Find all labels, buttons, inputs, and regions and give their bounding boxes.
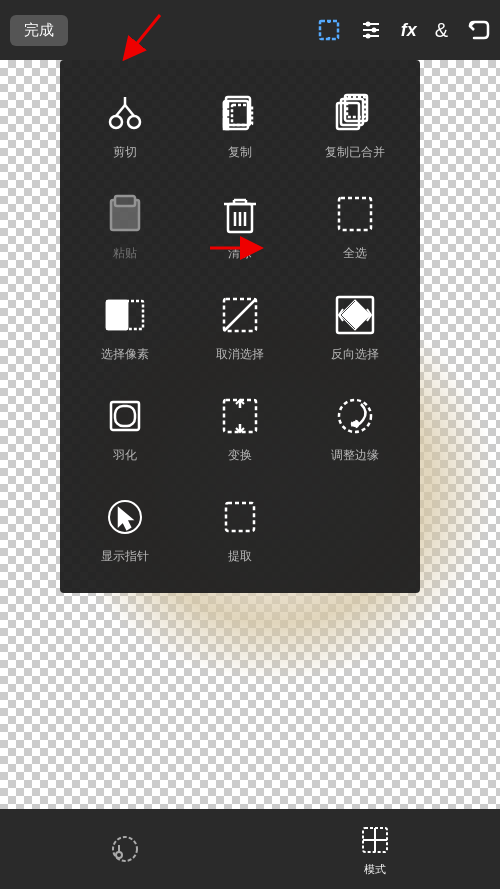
mode-label: 模式 (364, 862, 386, 877)
feather-icon (100, 391, 150, 441)
menu-item-refine-edge[interactable]: 调整边缘 (299, 381, 410, 474)
menu-label-invert: 反向选择 (331, 346, 379, 363)
menu-label-copy-merged: 复制已合并 (325, 144, 385, 161)
menu-label-cut: 剪切 (113, 144, 137, 161)
deselect-icon (215, 290, 265, 340)
svg-rect-0 (320, 21, 338, 39)
svg-rect-19 (224, 111, 228, 115)
scissors-icon (100, 88, 150, 138)
svg-rect-28 (115, 196, 135, 206)
svg-point-8 (365, 34, 370, 39)
filmstrip-copy2-icon (330, 88, 380, 138)
mode-icon (357, 822, 393, 858)
svg-point-57 (116, 852, 122, 858)
svg-rect-53 (226, 503, 254, 531)
svg-rect-45 (115, 406, 135, 426)
toolbar-icons: fx & (317, 18, 490, 42)
cursor-icon (100, 492, 150, 542)
svg-rect-21 (224, 125, 228, 129)
combine-icon[interactable]: & (435, 19, 448, 42)
filmstrip-copy-icon (215, 88, 265, 138)
menu-item-copy-merged[interactable]: 复制已合并 (299, 78, 410, 171)
menu-label-clear: 清除 (228, 245, 252, 262)
menu-label-paste: 粘贴 (113, 245, 137, 262)
top-toolbar: 完成 fx & (0, 0, 500, 60)
menu-item-feather[interactable]: 羽化 (70, 381, 181, 474)
svg-line-14 (125, 105, 134, 116)
menu-item-clear[interactable]: 清除 (185, 179, 296, 272)
menu-label-deselect: 取消选择 (216, 346, 264, 363)
bottom-toolbar: 模式 (0, 809, 500, 889)
select-pixel-icon (100, 290, 150, 340)
svg-marker-52 (119, 509, 131, 529)
adjustments-icon[interactable] (359, 18, 383, 42)
effects-icon[interactable]: fx (401, 20, 417, 41)
trash-icon (215, 189, 265, 239)
svg-point-50 (352, 421, 358, 427)
invert-icon (330, 290, 380, 340)
menu-label-select-all: 全选 (343, 245, 367, 262)
menu-item-transform[interactable]: 变换 (185, 381, 296, 474)
svg-point-11 (110, 116, 122, 128)
brush-tool-icon (107, 831, 143, 867)
menu-item-select-pixel[interactable]: 选择像素 (70, 280, 181, 373)
menu-item-cut[interactable]: 剪切 (70, 78, 181, 171)
svg-line-13 (116, 105, 125, 116)
undo-icon[interactable] (466, 18, 490, 42)
menu-item-show-cursor[interactable]: 显示指针 (70, 482, 181, 575)
bottom-btn-mode[interactable]: 模式 (357, 822, 393, 877)
menu-label-refine-edge: 调整边缘 (331, 447, 379, 464)
menu-label-extract: 提取 (228, 548, 252, 565)
selection-icon[interactable] (317, 18, 341, 42)
menu-item-deselect[interactable]: 取消选择 (185, 280, 296, 373)
menu-label-copy: 复制 (228, 144, 252, 161)
svg-rect-37 (339, 198, 371, 230)
select-all-icon (330, 189, 380, 239)
menu-item-invert[interactable]: 反向选择 (299, 280, 410, 373)
svg-rect-18 (224, 103, 228, 107)
menu-label-select-pixel: 选择像素 (101, 346, 149, 363)
menu-item-extract[interactable]: 提取 (185, 482, 296, 575)
extract-icon (215, 492, 265, 542)
menu-item-copy[interactable]: 复制 (185, 78, 296, 171)
refine-edge-icon (330, 391, 380, 441)
menu-label-show-cursor: 显示指针 (101, 548, 149, 565)
transform-icon (215, 391, 265, 441)
bottom-btn-brush[interactable] (107, 831, 143, 867)
menu-item-select-all[interactable]: 全选 (299, 179, 410, 272)
context-menu: 剪切 复制 (60, 60, 420, 593)
done-button[interactable]: 完成 (10, 15, 68, 46)
menu-label-transform: 变换 (228, 447, 252, 464)
svg-rect-20 (224, 119, 228, 123)
svg-point-12 (128, 116, 140, 128)
svg-point-6 (365, 22, 370, 27)
paste-icon (100, 189, 150, 239)
svg-point-7 (371, 28, 376, 33)
menu-label-feather: 羽化 (113, 447, 137, 464)
svg-line-42 (224, 299, 256, 331)
menu-item-paste[interactable]: 粘贴 (70, 179, 181, 272)
